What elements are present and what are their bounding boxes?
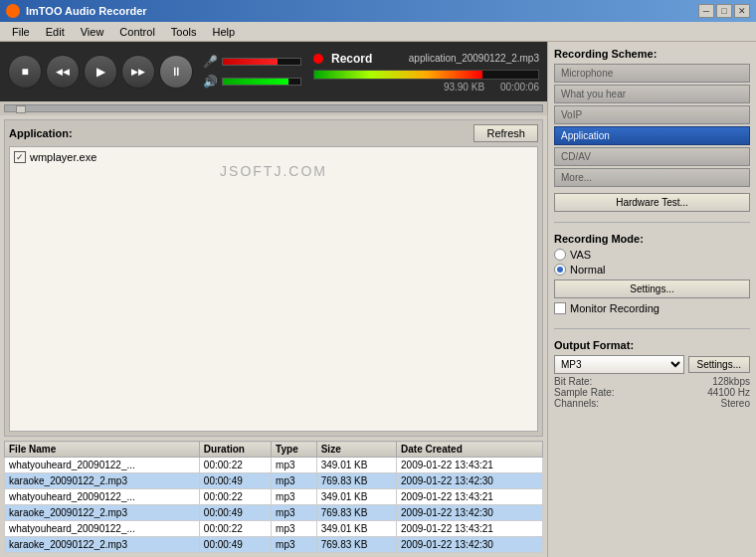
application-section: Application: Refresh ✓ wmplayer.exe JSOF… <box>4 119 543 437</box>
table-row[interactable]: karaoke_20090122_2.mp300:00:49mp3769.83 … <box>5 505 543 521</box>
output-section: Output Format: MP3 Settings... Bit Rate:… <box>554 339 750 409</box>
output-details: Bit Rate: 128kbps Sample Rate: 44100 Hz … <box>554 376 750 409</box>
forward-button[interactable]: ▶▶ <box>121 55 155 89</box>
format-settings-button[interactable]: Settings... <box>688 356 750 373</box>
table-cell-duration: 00:00:22 <box>199 489 271 505</box>
app-checkbox[interactable]: ✓ <box>14 151 26 163</box>
scheme-btn-microphone[interactable]: Microphone <box>554 64 750 83</box>
record-filename: application_20090122_2.mp3 <box>409 53 539 64</box>
table-cell-duration: 00:00:49 <box>199 473 271 489</box>
samplerate-value: 44100 Hz <box>707 387 750 398</box>
table-cell-duration: 00:00:22 <box>199 521 271 537</box>
record-label: Record <box>331 52 372 66</box>
scheme-btn-what-you-hear[interactable]: What you hear <box>554 85 750 103</box>
watermark: JSOFTJ.COM <box>14 163 533 179</box>
scheme-btn-voip[interactable]: VoIP <box>554 105 750 124</box>
table-row[interactable]: whatyouheard_20090122_...00:00:22mp3349.… <box>5 489 543 505</box>
window-controls: ─ □ ✕ <box>698 4 750 18</box>
app-icon <box>6 4 20 18</box>
title-bar-left: ImTOO Audio Recorder <box>6 4 147 18</box>
app-list: ✓ wmplayer.exe JSOFTJ.COM <box>9 146 538 432</box>
speaker-volume-row: 🔊 <box>203 75 301 89</box>
table-cell-type: mp3 <box>272 489 317 505</box>
menu-item-edit[interactable]: Edit <box>38 24 73 40</box>
mode-settings-button[interactable]: Settings... <box>554 279 750 298</box>
table-cell-file-name: karaoke_20090122_2.mp3 <box>5 505 200 521</box>
menu-item-help[interactable]: Help <box>205 24 244 40</box>
format-select[interactable]: MP3 <box>554 355 684 374</box>
pause-button[interactable]: ⏸ <box>159 55 193 89</box>
progress-track[interactable] <box>4 104 543 112</box>
main-content: ■ ◀◀ ▶ ▶▶ ⏸ 🎤 🔊 <box>0 42 756 557</box>
volume-section: 🎤 🔊 <box>203 55 301 89</box>
vas-radio[interactable] <box>554 249 566 261</box>
record-meter-fill <box>314 71 482 79</box>
close-button[interactable]: ✕ <box>734 4 750 18</box>
bitrate-row: Bit Rate: 128kbps <box>554 376 750 387</box>
record-duration: 00:00:06 <box>500 82 539 93</box>
progress-thumb[interactable] <box>16 105 26 113</box>
vas-label: VAS <box>570 249 591 261</box>
left-panel: ■ ◀◀ ▶ ▶▶ ⏸ 🎤 🔊 <box>0 42 547 557</box>
table-cell-type: mp3 <box>272 505 317 521</box>
record-meter <box>313 70 539 80</box>
col-date: Date Created <box>397 442 543 458</box>
menu-item-control[interactable]: Control <box>111 24 162 40</box>
menu-bar: FileEditViewControlToolsHelp <box>0 22 756 42</box>
table-cell-size: 349.01 KB <box>316 521 396 537</box>
scheme-btn-application[interactable]: Application <box>554 126 750 145</box>
channels-label: Channels: <box>554 398 599 409</box>
col-type: Type <box>272 442 317 458</box>
record-indicator <box>313 54 323 64</box>
table-row[interactable]: karaoke_20090122_2.mp300:00:49mp3769.83 … <box>5 537 543 553</box>
title-bar: ImTOO Audio Recorder ─ □ ✕ <box>0 0 756 22</box>
samplerate-row: Sample Rate: 44100 Hz <box>554 387 750 398</box>
table-row[interactable]: whatyouheard_20090122_...00:00:22mp3349.… <box>5 521 543 537</box>
table-cell-size: 349.01 KB <box>316 489 396 505</box>
speaker-volume-bar[interactable] <box>222 78 301 86</box>
app-title: ImTOO Audio Recorder <box>26 5 147 17</box>
table-cell-file-name: whatyouheard_20090122_... <box>5 489 200 505</box>
app-list-item: ✓ wmplayer.exe <box>14 151 533 163</box>
play-button[interactable]: ▶ <box>84 55 117 89</box>
divider-2 <box>554 328 750 329</box>
divider-1 <box>554 222 750 223</box>
speaker-icon: 🔊 <box>203 75 218 89</box>
recording-mode-group: VAS Normal <box>554 249 750 276</box>
table-cell-file-name: karaoke_20090122_2.mp3 <box>5 537 200 553</box>
maximize-button[interactable]: □ <box>716 4 732 18</box>
minimize-button[interactable]: ─ <box>698 4 714 18</box>
stop-button[interactable]: ■ <box>8 55 42 89</box>
output-format-row: MP3 Settings... <box>554 355 750 374</box>
record-top: Record application_20090122_2.mp3 <box>313 52 539 66</box>
normal-label: Normal <box>570 264 605 276</box>
scheme-btn-more...[interactable]: More... <box>554 168 750 187</box>
table-row[interactable]: whatyouheard_20090122_...00:00:22mp3349.… <box>5 458 543 473</box>
samplerate-label: Sample Rate: <box>554 387 615 398</box>
table-cell-size: 349.01 KB <box>316 458 396 473</box>
bitrate-label: Bit Rate: <box>554 376 592 387</box>
table-cell-duration: 00:00:49 <box>199 537 271 553</box>
menu-item-view[interactable]: View <box>73 24 112 40</box>
rewind-button[interactable]: ◀◀ <box>46 55 80 89</box>
mic-volume-bar[interactable] <box>222 58 301 66</box>
mode-title: Recording Mode: <box>554 233 750 245</box>
app-item-label: wmplayer.exe <box>30 151 96 163</box>
col-filename: File Name <box>5 442 200 458</box>
scheme-btn-cd/av[interactable]: CD/AV <box>554 147 750 166</box>
table-cell-date-created: 2009-01-22 13:43:21 <box>397 489 543 505</box>
scheme-section: Recording Scheme: MicrophoneWhat you hea… <box>554 48 750 212</box>
table-row[interactable]: karaoke_20090122_2.mp300:00:49mp3769.83 … <box>5 473 543 489</box>
refresh-button[interactable]: Refresh <box>473 124 538 142</box>
speaker-volume-fill <box>223 79 288 85</box>
menu-item-tools[interactable]: Tools <box>163 24 205 40</box>
monitor-checkbox[interactable] <box>554 302 566 314</box>
normal-radio[interactable] <box>554 264 566 276</box>
record-filesize: 93.90 KB <box>444 82 484 93</box>
menu-item-file[interactable]: File <box>4 24 38 40</box>
table-cell-file-name: karaoke_20090122_2.mp3 <box>5 473 200 489</box>
record-section: Record application_20090122_2.mp3 93.90 … <box>313 52 539 93</box>
file-table-section: File Name Duration Type Size Date Create… <box>4 441 543 553</box>
hardware-test-button[interactable]: Hardware Test... <box>554 193 750 212</box>
scheme-buttons: MicrophoneWhat you hearVoIPApplicationCD… <box>554 64 750 187</box>
